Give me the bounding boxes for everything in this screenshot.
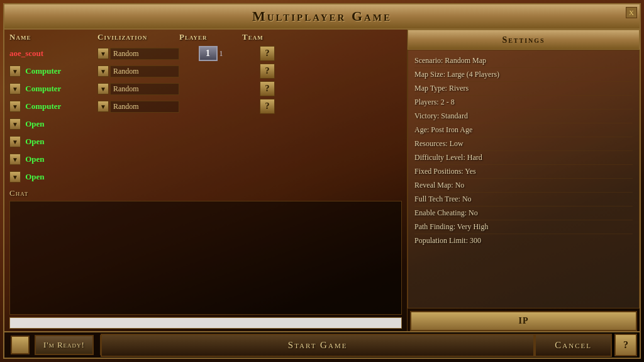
civ-select: ▼ Random: [97, 65, 179, 77]
civ-dropdown-arrow[interactable]: ▼: [97, 83, 109, 94]
cancel-button[interactable]: Cancel: [535, 334, 612, 357]
team-button[interactable]: ?: [260, 81, 275, 96]
player-dropdown-arrow[interactable]: ▼: [9, 118, 21, 130]
setting-item: Victory: Standard: [414, 110, 633, 123]
team-slot: ?: [242, 99, 292, 114]
team-button[interactable]: ?: [260, 64, 275, 79]
start-game-button[interactable]: Start Game: [101, 334, 535, 357]
player-row: ▼ Open: [4, 133, 407, 150]
civ-label: Random: [110, 83, 179, 95]
civ-select: ▼ Random: [97, 101, 179, 113]
setting-item: Enable Cheating: No: [414, 206, 633, 220]
player-row: ▼ Computer ▼ Random ?: [4, 62, 407, 80]
team-slot: ?: [242, 64, 292, 79]
player-row: ▼ Open: [4, 168, 407, 186]
civ-dropdown-arrow[interactable]: ▼: [97, 48, 109, 59]
setting-item: Scenario: Random Map: [414, 54, 633, 68]
col-player-header: Player: [179, 32, 242, 42]
settings-header: Settings: [408, 30, 640, 50]
setting-item: Reveal Map: No: [414, 179, 633, 193]
player-name: ▼ Open: [9, 118, 97, 130]
title-bar: Multiplayer Game X: [3, 3, 641, 30]
setting-item: Population Limit: 300: [414, 234, 633, 247]
setting-item: Path Finding: Very High: [414, 220, 633, 234]
civ-dropdown-arrow[interactable]: ▼: [97, 65, 109, 77]
setting-item: Map Type: Rivers: [414, 82, 633, 96]
player-dropdown-arrow[interactable]: ▼: [9, 65, 21, 77]
civ-label: Random: [110, 101, 179, 113]
team-button[interactable]: ?: [260, 46, 275, 61]
civ-select: ▼ Random: [97, 83, 179, 95]
setting-item: Fixed Positions: Yes: [414, 165, 633, 179]
player-label: 1: [218, 49, 223, 59]
team-button[interactable]: ?: [260, 99, 275, 114]
bottom-bar: I'm Ready! Start Game Cancel ?: [3, 331, 641, 359]
civ-label: Random: [110, 65, 179, 77]
player-badge: 1: [199, 46, 218, 61]
players-section: Name Civilization Player Team aoe_scout …: [4, 30, 407, 186]
team-slot: ?: [242, 81, 292, 96]
dialog-title: Multiplayer Game: [7, 8, 637, 25]
player-name: ▼ Computer: [9, 65, 97, 77]
chat-input[interactable]: [9, 317, 402, 329]
col-team-header: Team: [242, 32, 292, 42]
player-row: aoe_scout ▼ Random 1 1 ?: [4, 45, 407, 62]
player-name: ▼ Computer: [9, 101, 97, 112]
settings-list: Scenario: Random Map Map Size: Large (4 …: [408, 50, 640, 308]
setting-item: Players: 2 - 8: [414, 96, 633, 110]
setting-item: Age: Post Iron Age: [414, 123, 633, 137]
player-row: ▼ Open: [4, 115, 407, 133]
player-name: ▼ Open: [9, 154, 97, 165]
player-number: 1: [206, 48, 210, 59]
ip-button[interactable]: IP: [410, 311, 637, 331]
ready-checkbox[interactable]: [11, 336, 30, 354]
player-name: aoe_scout: [9, 48, 97, 59]
player-name: ▼ Computer: [9, 83, 97, 94]
close-button[interactable]: X: [626, 7, 637, 18]
col-name-header: Name: [9, 32, 97, 42]
civ-dropdown-arrow[interactable]: ▼: [97, 101, 109, 112]
civ-label: Random: [110, 48, 179, 60]
setting-item: Difficulty Level: Hard: [414, 151, 633, 165]
settings-panel: Settings Scenario: Random Map Map Size: …: [407, 30, 640, 331]
col-civ-header: Civilization: [97, 32, 179, 42]
ready-area: I'm Ready!: [4, 335, 101, 355]
chat-log: [9, 201, 402, 315]
setting-item: Full Tech Tree: No: [414, 193, 633, 206]
player-dropdown-arrow[interactable]: ▼: [9, 101, 21, 112]
main-content: Name Civilization Player Team aoe_scout …: [3, 30, 641, 331]
help-button[interactable]: ?: [614, 334, 637, 356]
civ-select: ▼ Random: [97, 48, 179, 60]
players-header: Name Civilization Player Team: [4, 30, 407, 45]
player-row: ▼ Computer ▼ Random ?: [4, 80, 407, 98]
chat-label: Chat: [9, 188, 402, 198]
player-name: ▼ Open: [9, 136, 97, 147]
settings-title: Settings: [502, 35, 545, 45]
player-slot: 1 1: [179, 46, 242, 61]
player-dropdown-arrow[interactable]: ▼: [9, 154, 21, 165]
left-panel: Name Civilization Player Team aoe_scout …: [4, 30, 407, 331]
setting-item: Resources: Low: [414, 137, 633, 151]
player-dropdown-arrow[interactable]: ▼: [9, 83, 21, 94]
setting-item: Map Size: Large (4 Players): [414, 68, 633, 82]
player-row: ▼ Computer ▼ Random ?: [4, 98, 407, 115]
player-row: ▼ Open: [4, 150, 407, 168]
chat-section: Chat: [4, 186, 407, 331]
player-name: ▼ Open: [9, 171, 97, 183]
player-dropdown-arrow[interactable]: ▼: [9, 171, 21, 183]
ready-button[interactable]: I'm Ready!: [35, 335, 94, 355]
team-slot: ?: [242, 46, 292, 61]
player-dropdown-arrow[interactable]: ▼: [9, 136, 21, 147]
multiplayer-dialog: Multiplayer Game X Name Civilization Pla…: [3, 3, 641, 359]
